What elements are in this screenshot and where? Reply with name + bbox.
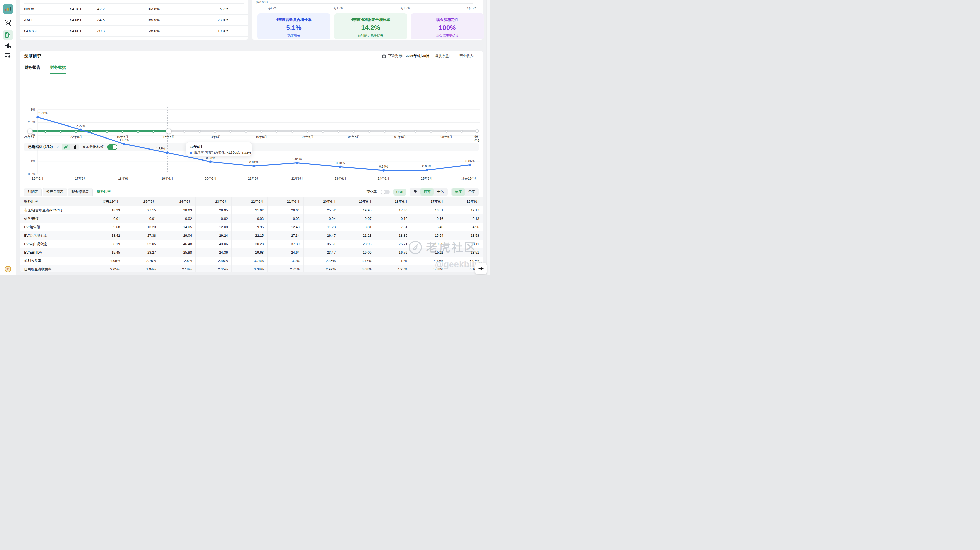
table-header-cell: 22年6月 (231, 197, 267, 206)
stock-metric: 30.3 (81, 29, 105, 33)
data-label: 0.94% (293, 157, 302, 161)
x-tick-label: 16年6月 (32, 177, 43, 181)
research-tab-inactive[interactable]: 财务报告 (24, 63, 41, 74)
unit-option[interactable]: 百万 (420, 189, 434, 195)
sidebar-item-watchlist[interactable] (3, 52, 13, 59)
data-point (209, 160, 212, 163)
statement-tab[interactable]: 资产负债表 (43, 188, 67, 196)
change-rate-label: 变化率 (366, 190, 377, 194)
table-cell: 0.16 (411, 214, 447, 223)
table-cell: 13.51 (447, 248, 483, 257)
slider-tick (245, 130, 247, 133)
table-cell: 43.06 (196, 240, 231, 248)
stock-row[interactable]: NVDA$4.18T42.2103.8%6.7% (20, 3, 248, 14)
table-cell: 28.96 (339, 240, 375, 248)
table-row: 盈利收益率4.08%2.75%2.6%2.85%3.78%3.0%2.86%3.… (20, 257, 483, 265)
table-cell: 0.03 (231, 214, 267, 223)
table-cell: 2.74% (267, 265, 303, 272)
table-cell: 2.18% (159, 265, 196, 272)
metric-card-title: 4季度营收复合增长率 (257, 17, 331, 22)
y-tick-label: 2% (31, 134, 35, 137)
table-cell: 19.69 (411, 240, 447, 248)
data-label: 0.78% (336, 161, 345, 165)
slider-handle[interactable] (166, 128, 171, 134)
table-cell: 19.09 (339, 248, 375, 257)
row-label: 盈利收益率 (20, 257, 88, 265)
table-cell: 25.52 (303, 206, 339, 214)
stock-row[interactable]: GOOGL$4.00T30.335.0%10.0% (20, 25, 248, 36)
period-option[interactable]: 年度 (452, 189, 465, 195)
comparison-table-card: NVDA$4.18T42.2103.8%6.7%AAPL$4.06T34.515… (20, 0, 248, 40)
x-tick-label: 18年6月 (118, 177, 130, 181)
x-tick-label: 19年6月 (161, 177, 173, 181)
metric-card: 现金流稳定性100%现金流表现优异 (411, 13, 484, 40)
stock-metric: 35.0% (105, 29, 159, 33)
table-cell: 15.64 (411, 231, 447, 240)
mini-chart-x-label: Q3 '25 (268, 6, 277, 10)
change-rate-toggle[interactable] (380, 190, 390, 195)
tooltip-value: 1.33% (242, 151, 251, 155)
table-cell: 23.27 (124, 248, 159, 257)
next-report-date: 2026年4月28日 (406, 54, 430, 58)
table-cell: 52.05 (124, 240, 159, 248)
watchlist-star-icon (5, 53, 11, 58)
sidebar-item-robot[interactable] (3, 19, 13, 27)
stock-metric: $4.18T (55, 7, 81, 11)
currency-chip[interactable]: USD (393, 189, 406, 195)
table-cell: 3.68% (339, 265, 375, 272)
scrollbar[interactable] (487, 0, 490, 275)
table-header-row: 财务比率过去12个月25年6月24年6月23年6月22年6月21年6月20年6月… (20, 197, 483, 206)
stock-ticker: GOOGL (24, 29, 55, 33)
x-tick-label: 20年6月 (205, 177, 216, 181)
slider-tick (368, 130, 371, 133)
divider (24, 2, 244, 2)
statement-tab[interactable]: 财务比率 (94, 187, 115, 196)
data-point (469, 163, 471, 166)
table-header-cell: 18年6月 (375, 197, 411, 206)
metric-card-title: 4季度净利润复合增长率 (334, 17, 407, 22)
research-tab-active[interactable]: 财务数据 (49, 63, 67, 74)
slider-tick (414, 130, 417, 133)
data-label: 2.71% (38, 111, 47, 115)
table-cell: 29.24 (196, 231, 231, 240)
table-cell: 0.10 (375, 214, 411, 223)
statement-tab[interactable]: 现金流量表 (68, 188, 92, 196)
slider-tick (106, 130, 108, 133)
table-cell: 17.30 (375, 206, 411, 214)
slider-end-cap (476, 129, 479, 133)
stock-ticker: NVDA (24, 7, 55, 11)
statement-tab[interactable]: 利润表 (24, 188, 42, 196)
metric-card-title: 现金流稳定性 (411, 17, 484, 22)
table-cell: 19.95 (339, 206, 375, 214)
slider-handle[interactable] (27, 128, 33, 134)
table-header-cell: 24年6月 (159, 197, 196, 206)
slider-tick (399, 130, 401, 133)
tooltip-row: 股息率 (年度) (总变化: −1.39pp): 1.33% (190, 151, 248, 155)
period-option[interactable]: 季度 (465, 189, 478, 195)
table-cell: 11.23 (303, 223, 339, 231)
research-tabs: 财务报告财务数据 (24, 63, 479, 74)
slider-tick (337, 130, 340, 133)
slider-tick (75, 130, 78, 133)
sidebar-item-financials-active[interactable] (3, 30, 13, 40)
table-cell: 2.86% (303, 257, 339, 265)
table-cell: 28.63 (159, 206, 196, 214)
unit-option[interactable]: 十亿 (434, 189, 447, 195)
unit-option[interactable]: 千 (410, 189, 420, 195)
revenue-label: 营业收入: (460, 54, 474, 58)
table-cell: 37.39 (267, 240, 303, 248)
row-label: EV/EBITDA (20, 248, 88, 257)
slider-tick (183, 130, 186, 133)
ai-assistant-button[interactable] (475, 263, 487, 274)
table-cell: 13.23 (124, 223, 159, 231)
table-cell: 25.88 (159, 248, 196, 257)
robot-scan-icon (5, 20, 11, 26)
table-cell: 7.51 (375, 223, 411, 231)
app-logo-icon[interactable] (3, 4, 13, 14)
data-point (382, 169, 385, 172)
stock-row[interactable]: AAPL$4.06T34.5159.9%23.9% (20, 14, 248, 25)
slider-tick (229, 130, 232, 133)
sidebar-item-rankings[interactable] (3, 42, 13, 49)
data-label: 0.65% (422, 165, 431, 168)
slider-tick (137, 130, 139, 133)
